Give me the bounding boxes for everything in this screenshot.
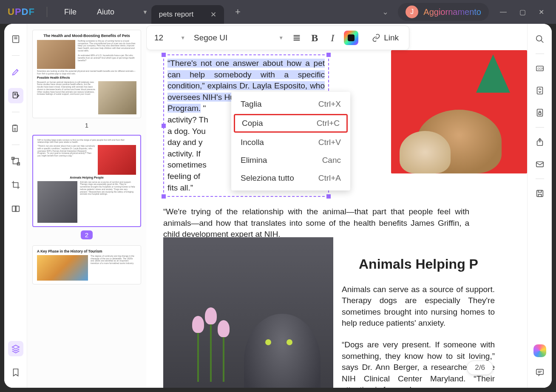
bookmark-icon[interactable]	[8, 365, 23, 380]
svg-rect-15	[536, 162, 543, 167]
svg-rect-17	[536, 369, 543, 375]
resize-handle[interactable]	[162, 194, 166, 199]
organize-icon[interactable]	[8, 121, 23, 136]
compare-icon[interactable]	[8, 201, 23, 216]
thumb-page-number: 1	[32, 122, 141, 129]
left-toolbar	[4, 24, 27, 388]
tab-overflow-icon[interactable]: ⌄	[376, 7, 394, 17]
close-button[interactable]: ✕	[539, 8, 544, 16]
thumb-title: The Health and Mood-Boosting Benefits of…	[37, 34, 136, 38]
font-family-select[interactable]: Segoe UI ▼	[192, 33, 285, 43]
format-toolbar: 12 ▼ Segoe UI ▼ B I Link	[146, 26, 409, 50]
context-menu-delete[interactable]: Elimina Canc	[231, 151, 350, 169]
protect-icon[interactable]	[532, 105, 547, 120]
user-upgrade-pill[interactable]: J Aggiornamento	[398, 3, 489, 21]
menu-file[interactable]: File	[56, 8, 85, 17]
svg-point-8	[536, 36, 542, 41]
resize-handle[interactable]	[326, 194, 331, 199]
window-controls: ― ▢ ✕	[492, 8, 552, 16]
tab-close-icon[interactable]: ✕	[210, 10, 216, 19]
thumb-image	[98, 81, 136, 114]
svg-rect-0	[12, 36, 19, 43]
new-tab-button[interactable]: +	[227, 6, 248, 17]
page-indicator[interactable]: 2/6	[467, 361, 493, 375]
convert-icon[interactable]	[532, 83, 547, 98]
edit-icon[interactable]	[8, 88, 23, 103]
text-color-button[interactable]	[344, 31, 358, 45]
link-button[interactable]: Link	[368, 33, 403, 43]
thumb-image	[37, 40, 75, 69]
italic-button[interactable]: I	[326, 31, 339, 44]
minimize-button[interactable]: ―	[500, 8, 507, 16]
context-menu-select-all[interactable]: Seleziona tutto Ctrl+A	[231, 169, 350, 187]
tab-title: pets report	[159, 10, 193, 19]
thumb-page-number: 2	[81, 230, 93, 239]
context-menu: Taglia Ctrl+X Copia Ctrl+C Incolla Ctrl+…	[231, 92, 350, 190]
thumbnail-page-2[interactable]: NIH is funding large-scale surveys to fi…	[32, 135, 141, 227]
thumbnail-panel: The Health and Mood-Boosting Benefits of…	[27, 24, 146, 388]
document-image-cat	[163, 237, 333, 388]
thumb-title: A Key Phase in the History of Tourism	[37, 249, 136, 253]
email-icon[interactable]	[532, 156, 547, 172]
share-icon[interactable]	[532, 134, 547, 150]
workspace: The Health and Mood-Boosting Benefits of…	[4, 24, 552, 388]
context-menu-cut[interactable]: Taglia Ctrl+X	[231, 95, 350, 113]
save-icon[interactable]	[532, 186, 547, 201]
upgrade-label: Aggiornamento	[423, 7, 481, 17]
right-toolbar: OCR	[527, 24, 552, 388]
thumb-subheading: Animals Helping People	[37, 176, 136, 179]
thumbnail-page-3[interactable]: A Key Phase in the History of Tourism Th…	[32, 245, 141, 284]
titlebar: UPDF File Aiuto ▼ pets report ✕ + ⌄ J Ag…	[0, 0, 556, 24]
search-icon[interactable]	[532, 31, 547, 47]
resize-handle[interactable]	[326, 53, 331, 57]
thumb-subheading: Possible Health Effects	[37, 76, 136, 80]
document-view[interactable]: 12 ▼ Segoe UI ▼ B I Link	[146, 24, 527, 388]
document-tab[interactable]: pets report ✕	[151, 5, 224, 24]
separator	[47, 7, 47, 17]
comment-icon[interactable]	[532, 365, 547, 380]
avatar: J	[406, 6, 418, 18]
layers-icon[interactable]	[8, 341, 23, 356]
thumbnail-page-1[interactable]: The Health and Mood-Boosting Benefits of…	[32, 30, 141, 118]
ocr-icon[interactable]: OCR	[532, 61, 547, 76]
selected-text: Program.	[167, 104, 201, 113]
chevron-down-icon: ▼	[180, 35, 185, 41]
bold-button[interactable]: B	[308, 31, 321, 44]
font-size-select[interactable]: 12 ▼	[153, 33, 187, 43]
reader-mode-icon[interactable]	[8, 31, 23, 47]
crop-icon[interactable]	[8, 177, 23, 193]
align-icon[interactable]	[290, 31, 303, 44]
section-heading: Animals Helping P	[359, 255, 527, 274]
tab-dropdown-icon[interactable]: ▼	[142, 9, 148, 15]
body-paragraph: “We're trying of the relationship with t…	[163, 206, 469, 240]
menu-help[interactable]: Aiuto	[88, 8, 123, 17]
page-tools-icon[interactable]	[8, 153, 23, 169]
resize-handle[interactable]	[162, 53, 166, 57]
context-menu-copy[interactable]: Copia Ctrl+C	[234, 114, 348, 133]
body-paragraph: Animals can serve as a source of support…	[342, 284, 495, 329]
context-menu-paste[interactable]: Incolla Ctrl+V	[231, 134, 350, 151]
chevron-down-icon: ▼	[278, 35, 284, 41]
thumb-image	[98, 145, 136, 175]
app-logo: UPDF	[4, 6, 38, 17]
annotate-icon[interactable]	[8, 64, 23, 80]
ai-assistant-icon[interactable]	[533, 344, 546, 357]
document-image-dogs	[391, 50, 527, 173]
svg-rect-11	[537, 87, 542, 94]
svg-text:OCR: OCR	[537, 67, 544, 70]
maximize-button[interactable]: ▢	[519, 8, 526, 16]
resize-handle[interactable]	[162, 124, 166, 128]
svg-rect-16	[536, 190, 543, 197]
thumb-image	[37, 255, 88, 281]
thumb-image	[37, 181, 77, 223]
svg-rect-13	[539, 113, 541, 115]
